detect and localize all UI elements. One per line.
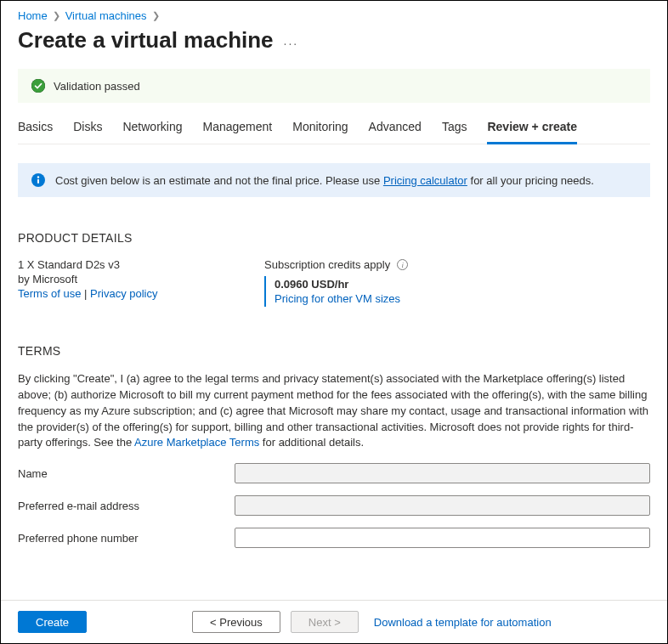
tab-basics[interactable]: Basics [18,115,53,144]
name-input[interactable] [235,463,650,483]
tab-management[interactable]: Management [203,115,273,144]
subscription-credits-label: Subscription credits apply [264,258,390,271]
product-name: 1 X Standard D2s v3 [18,258,213,271]
price-value: 0.0960 USD/hr [275,278,408,291]
breadcrumb-virtual-machines[interactable]: Virtual machines [65,9,147,22]
validation-banner: Validation passed [18,69,650,103]
create-button[interactable]: Create [18,611,87,633]
download-template-link[interactable]: Download a template for automation [374,616,552,629]
previous-button[interactable]: < Previous [192,611,280,633]
chevron-right-icon: ❯ [152,10,160,21]
email-input[interactable] [235,495,650,516]
chevron-right-icon: ❯ [53,10,60,21]
phone-label: Preferred phone number [18,532,235,545]
info-icon [31,173,45,187]
terms-heading: TERMS [18,344,650,358]
other-vm-sizes-link[interactable]: Pricing for other VM sizes [275,292,400,305]
tab-disks[interactable]: Disks [73,115,102,144]
terms-of-use-link[interactable]: Terms of use [18,287,81,300]
terms-text: By clicking "Create", I (a) agree to the… [18,371,650,451]
email-label: Preferred e-mail address [18,500,235,512]
svg-rect-4 [37,179,39,184]
cost-info-banner: Cost given below is an estimate and not … [18,163,650,197]
azure-marketplace-terms-link[interactable]: Azure Marketplace Terms [134,436,259,449]
footer: Create < Previous Next > Download a temp… [1,600,667,643]
phone-input[interactable] [235,528,650,548]
product-details-heading: PRODUCT DETAILS [18,231,650,245]
next-button: Next > [291,611,359,633]
svg-point-3 [37,176,39,178]
breadcrumb-home[interactable]: Home [18,9,48,22]
tab-review-create[interactable]: Review + create [487,115,576,144]
tab-monitoring[interactable]: Monitoring [292,115,348,144]
tabs: Basics Disks Networking Management Monit… [18,115,650,144]
privacy-policy-link[interactable]: Privacy policy [90,287,157,300]
tab-networking[interactable]: Networking [122,115,182,144]
more-actions-icon[interactable]: ··· [284,31,299,50]
success-check-icon [31,79,45,93]
tab-tags[interactable]: Tags [442,115,467,144]
info-banner-text-prefix: Cost given below is an estimate and not … [55,174,383,187]
breadcrumb: Home ❯ Virtual machines ❯ [18,9,650,22]
name-label: Name [18,467,235,480]
tab-advanced[interactable]: Advanced [369,115,422,144]
info-banner-text-suffix: for all your pricing needs. [471,174,594,187]
page-title: Create a virtual machine [18,27,274,54]
credits-info-icon[interactable]: i [397,259,408,270]
validation-message: Validation passed [54,80,140,93]
link-separator: | [81,287,90,300]
svg-point-1 [31,79,45,93]
product-vendor: by Microsoft [18,273,213,285]
pricing-calculator-link[interactable]: Pricing calculator [383,174,467,187]
